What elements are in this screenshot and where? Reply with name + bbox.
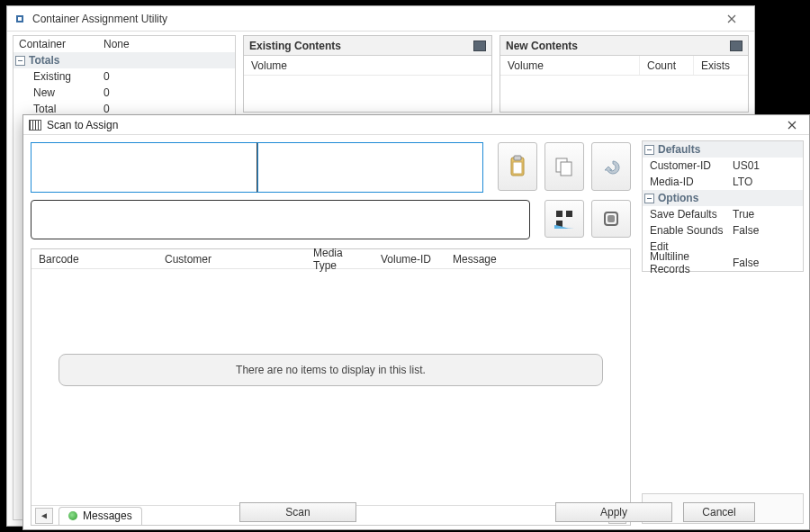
col-barcode[interactable]: Barcode	[32, 253, 158, 266]
scan-input-1[interactable]	[31, 142, 257, 193]
label-total: Total	[14, 103, 100, 115]
col-exists[interactable]: Exists	[694, 56, 748, 75]
window-title: Scan to Assign	[47, 119, 118, 131]
svg-rect-6	[566, 211, 572, 217]
settings-grid: Defaults Customer-ID US01 Media-ID LTO O…	[642, 140, 804, 272]
window-scan-to-assign: Scan to Assign	[22, 114, 810, 530]
scan-input-2[interactable]	[257, 142, 484, 193]
category-totals-label: Totals	[29, 54, 59, 67]
cancel-button-label: Cancel	[702, 506, 735, 518]
col-volume-id[interactable]: Volume-ID	[374, 253, 446, 266]
category-totals[interactable]: Totals	[14, 52, 235, 68]
label-save-defaults: Save Defaults	[643, 206, 733, 222]
svg-rect-2	[513, 162, 522, 174]
empty-list-text: There are no items to display in this li…	[236, 364, 426, 376]
empty-list-notice: There are no items to display in this li…	[58, 354, 603, 386]
value-existing: 0	[100, 70, 235, 83]
note-input[interactable]	[31, 200, 530, 239]
window-title: Container Assignment Utility	[32, 13, 167, 25]
qr-scan-button[interactable]	[544, 200, 584, 238]
panel-new-contents: New Contents Volume Count Exists	[500, 35, 749, 113]
apply-button[interactable]: Apply	[555, 502, 672, 522]
expand-button[interactable]	[591, 200, 631, 238]
list-header: Barcode Customer Media Type Volume-ID Me…	[32, 249, 630, 269]
scan-button[interactable]: Scan	[239, 502, 356, 522]
collapse-icon[interactable]	[644, 194, 654, 203]
col-media-type[interactable]: Media Type	[306, 247, 374, 272]
scan-input-row	[31, 142, 483, 193]
col-volume[interactable]: Volume	[244, 56, 491, 75]
panel-action-icon[interactable]	[730, 41, 742, 51]
value-multiline[interactable]: False	[733, 255, 803, 271]
label-existing: Existing	[14, 70, 100, 83]
scan-results-list: Barcode Customer Media Type Volume-ID Me…	[31, 248, 631, 526]
value-new: 0	[100, 86, 235, 99]
label-container: Container	[14, 38, 100, 50]
category-defaults[interactable]: Defaults	[643, 141, 803, 158]
cancel-button[interactable]: Cancel	[683, 502, 755, 522]
label-new: New	[14, 86, 100, 99]
category-defaults-label: Defaults	[658, 143, 700, 156]
close-button[interactable]	[778, 116, 806, 134]
svg-rect-1	[514, 156, 521, 160]
panel-existing-contents: Existing Contents Volume	[243, 35, 492, 113]
titlebar: Scan to Assign	[23, 115, 809, 135]
app-icon	[13, 12, 27, 26]
label-multiline: Multiline Records	[643, 255, 733, 271]
col-message[interactable]: Message	[446, 253, 630, 266]
col-count[interactable]: Count	[640, 56, 694, 75]
svg-rect-5	[556, 211, 562, 217]
close-button[interactable]	[715, 9, 749, 29]
scan-button-label: Scan	[285, 506, 310, 518]
collapse-icon[interactable]	[15, 56, 25, 66]
panel-title-existing: Existing Contents	[249, 40, 341, 52]
copy-button[interactable]	[544, 142, 584, 191]
category-options[interactable]: Options	[643, 190, 803, 206]
value-enable-sounds[interactable]: False	[733, 222, 803, 239]
panel-action-icon[interactable]	[473, 41, 486, 51]
label-media-id: Media-ID	[643, 174, 733, 190]
paste-button[interactable]	[498, 142, 537, 191]
collapse-icon[interactable]	[644, 145, 654, 155]
svg-rect-4	[561, 162, 572, 176]
value-media-id[interactable]: LTO	[733, 174, 803, 190]
svg-rect-9	[608, 215, 615, 222]
label-enable-sounds: Enable Sounds	[643, 222, 733, 239]
label-customer-id: Customer-ID	[643, 158, 733, 174]
value-customer-id[interactable]: US01	[733, 158, 803, 174]
apply-button-label: Apply	[600, 506, 627, 518]
category-options-label: Options	[658, 192, 698, 204]
value-total: 0	[100, 103, 235, 115]
col-customer[interactable]: Customer	[158, 253, 306, 266]
button-bar: Scan Apply Cancel	[23, 500, 809, 524]
barcode-icon	[29, 120, 41, 131]
value-container: None	[100, 38, 235, 50]
col-volume[interactable]: Volume	[500, 56, 640, 75]
value-save-defaults[interactable]: True	[733, 206, 803, 222]
undo-button[interactable]	[591, 142, 631, 191]
value-edit[interactable]	[733, 239, 803, 255]
panel-title-new: New Contents	[506, 40, 578, 52]
titlebar: Container Assignment Utility	[7, 6, 754, 32]
